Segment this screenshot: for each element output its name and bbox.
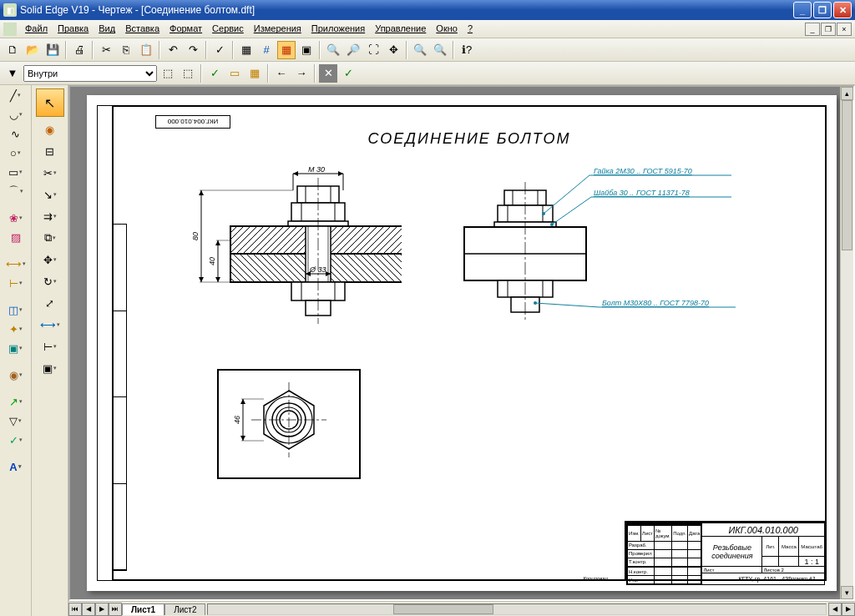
update-button[interactable]: ✓ xyxy=(210,41,229,59)
rotate-tool[interactable]: ↻ xyxy=(38,272,63,290)
extend-tool[interactable]: ↘ xyxy=(38,185,63,204)
move-tool[interactable]: ✥ xyxy=(38,250,63,269)
zoom-area-button[interactable]: 🔍 xyxy=(324,41,342,59)
pan-button[interactable]: ✥ xyxy=(384,41,402,59)
menu-insert[interactable]: Вставка xyxy=(120,22,164,36)
sheet-prev-button[interactable]: ◀ xyxy=(82,603,95,616)
horizontal-scrollbar[interactable] xyxy=(207,603,827,615)
menu-help[interactable]: ? xyxy=(463,22,478,36)
redo-button[interactable]: ↷ xyxy=(184,41,202,59)
select-tool-icon[interactable]: ▼ xyxy=(3,64,22,83)
sketch-button[interactable]: ▦ xyxy=(237,41,255,59)
rect-select-icon[interactable]: ▭ xyxy=(225,64,244,83)
menu-file[interactable]: Файл xyxy=(20,22,53,36)
arrow-right-icon[interactable]: → xyxy=(292,64,311,83)
mdi-minimize-button[interactable]: _ xyxy=(805,23,820,36)
hatch-tool[interactable]: ▨ xyxy=(3,229,28,245)
menu-window[interactable]: Окно xyxy=(431,22,463,36)
grid-button[interactable]: # xyxy=(257,41,276,59)
lasso-select-icon[interactable]: ▦ xyxy=(245,64,264,83)
sheet-last-button[interactable]: ⏭ xyxy=(109,603,122,616)
menu-format[interactable]: Формат xyxy=(164,22,207,36)
canvas-viewport[interactable]: ИКГ.004.010.000 СОЕДИНЕНИЕ БОЛТОМ xyxy=(68,85,855,601)
scroll-up-button[interactable]: ▴ xyxy=(841,87,853,100)
text-tool[interactable]: A xyxy=(3,458,28,475)
zoom-prev-button[interactable]: 🔍 xyxy=(431,41,449,59)
symbol-tool[interactable]: ✦ xyxy=(3,321,28,337)
drawing-sheet[interactable]: ИКГ.004.010.000 СОЕДИНЕНИЕ БОЛТОМ xyxy=(87,95,837,591)
relation-icon[interactable]: ◉ xyxy=(38,120,63,139)
mirror-tool[interactable]: ⧉ xyxy=(38,229,63,247)
surface-tool[interactable]: ✓ xyxy=(3,432,28,448)
top-select-icon[interactable]: ⬚ xyxy=(159,64,177,83)
sheet-first-button[interactable]: ⏮ xyxy=(68,603,82,616)
fillet-tool[interactable]: ⌒ xyxy=(3,183,28,199)
save-button[interactable]: 💾 xyxy=(43,41,62,59)
leader-tool[interactable]: ↗ xyxy=(3,393,28,410)
arc-tool[interactable]: ◡ xyxy=(3,106,28,123)
circle-tool[interactable]: ○ xyxy=(3,144,28,161)
help-button[interactable]: ℹ? xyxy=(458,41,476,59)
smartdim-tool[interactable]: ⟷ xyxy=(3,255,28,272)
separator xyxy=(453,41,454,59)
dimension-icon[interactable]: ⟷ xyxy=(38,316,63,334)
hole-tool[interactable]: ◉ xyxy=(3,366,28,383)
scroll-thumb[interactable] xyxy=(842,100,852,250)
svg-marker-6 xyxy=(199,190,204,195)
menu-view[interactable]: Вид xyxy=(94,22,120,36)
arrow-left-icon[interactable]: ← xyxy=(272,64,291,83)
scroll-down-button[interactable]: ▾ xyxy=(841,586,853,599)
menu-edit[interactable]: Правка xyxy=(53,22,94,36)
select-cursor-tool[interactable]: ↖ xyxy=(36,88,64,117)
accept-icon[interactable]: ✓ xyxy=(205,64,224,83)
view-tool[interactable]: ◫ xyxy=(3,301,28,318)
menu-apps[interactable]: Приложения xyxy=(306,22,370,36)
sheet-tab-1[interactable]: Лист1 xyxy=(122,603,164,615)
pattern-tool[interactable]: ❀ xyxy=(3,210,28,226)
sheet-tab-2[interactable]: Лист2 xyxy=(164,603,205,615)
trim-tool[interactable]: ✂ xyxy=(38,164,63,182)
block-tool[interactable]: ▣ xyxy=(3,340,28,356)
menu-measure[interactable]: Измерения xyxy=(249,22,306,36)
close-button[interactable]: ✕ xyxy=(833,2,852,18)
paste-button[interactable]: 📋 xyxy=(137,41,155,59)
layers-button[interactable]: ▣ xyxy=(297,41,316,59)
weld-tool[interactable]: ▽ xyxy=(3,412,28,429)
zoom-button[interactable]: 🔎 xyxy=(344,41,362,59)
connector-tool[interactable]: ⊢ xyxy=(38,337,63,356)
dim-tool[interactable]: ⊢ xyxy=(3,275,28,291)
scale-tool[interactable]: ⤢ xyxy=(38,294,63,312)
copy-button[interactable]: ⎘ xyxy=(117,41,135,59)
hscroll-right-button[interactable]: ▶ xyxy=(842,603,855,616)
zoom-tool-button[interactable]: 🔍 xyxy=(411,41,429,59)
hscroll-left-button[interactable]: ◀ xyxy=(828,603,842,616)
hscroll-thumb[interactable] xyxy=(393,604,493,614)
print-button[interactable]: 🖨 xyxy=(70,41,89,59)
open-button[interactable]: 📂 xyxy=(23,41,42,59)
offset-tool[interactable]: ⇉ xyxy=(38,207,63,225)
cut-button[interactable]: ✂ xyxy=(97,41,115,59)
cancel-icon[interactable]: ✕ xyxy=(319,64,337,83)
maximize-button[interactable]: ❐ xyxy=(813,2,832,18)
align-grid-button[interactable]: ▦ xyxy=(277,41,296,59)
rect-tool[interactable]: ▭ xyxy=(3,164,28,180)
tb-scale: 1 : 1 xyxy=(799,557,825,567)
svg-line-52 xyxy=(544,175,589,214)
mdi-restore-button[interactable]: ❐ xyxy=(821,23,836,36)
group-tool[interactable]: ▣ xyxy=(38,359,63,377)
selection-mode-select[interactable]: Внутри xyxy=(23,65,157,82)
undo-button[interactable]: ↶ xyxy=(164,41,182,59)
curve-tool[interactable]: ∿ xyxy=(3,125,28,142)
constraint-icon[interactable]: ⊟ xyxy=(38,142,63,160)
sheet-next-button[interactable]: ▶ xyxy=(95,603,109,616)
bottom-select-icon[interactable]: ⬚ xyxy=(179,64,197,83)
minimize-button[interactable]: _ xyxy=(793,2,812,18)
fit-button[interactable]: ⛶ xyxy=(364,41,382,59)
new-button[interactable]: 🗋 xyxy=(3,41,22,59)
vertical-scrollbar[interactable]: ▴ ▾ xyxy=(840,87,853,599)
menu-service[interactable]: Сервис xyxy=(207,22,249,36)
menu-manage[interactable]: Управление xyxy=(370,22,431,36)
confirm-icon[interactable]: ✓ xyxy=(339,64,357,83)
mdi-close-button[interactable]: × xyxy=(837,23,852,36)
line-tool[interactable]: ╱ xyxy=(3,87,28,104)
